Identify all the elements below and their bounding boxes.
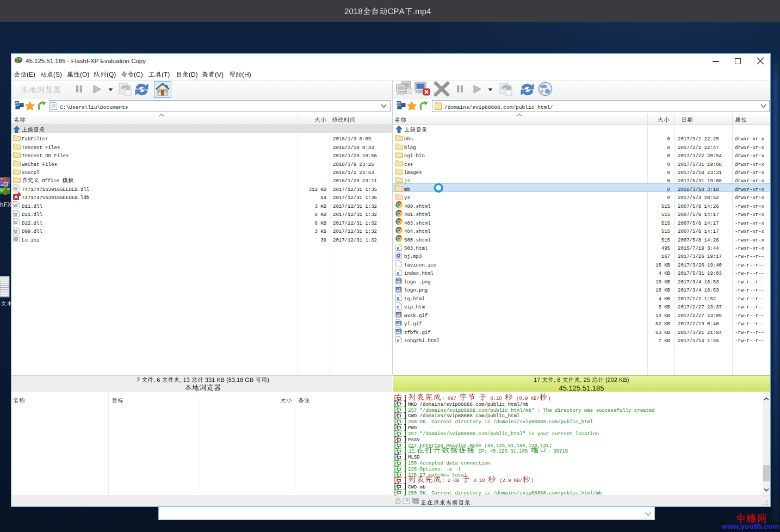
- svg-text:e: e: [397, 337, 400, 343]
- svg-text:e: e: [397, 303, 400, 309]
- svg-text:e: e: [397, 295, 400, 301]
- svg-text:e: e: [397, 269, 400, 275]
- svg-text:e: e: [397, 244, 400, 250]
